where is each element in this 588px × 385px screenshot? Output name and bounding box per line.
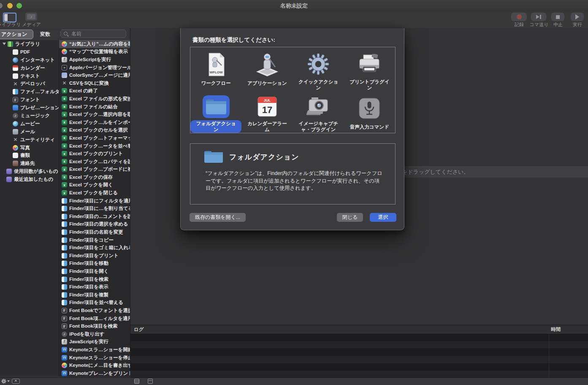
action-list-item[interactable]: iPodを取り出す bbox=[59, 330, 130, 338]
action-list-item[interactable]: Excel ブック…プボードに複製 bbox=[59, 166, 130, 174]
action-list-item[interactable]: AppleScriptを実行 bbox=[59, 56, 130, 64]
media-icon[interactable]: ♪ bbox=[25, 13, 37, 21]
action-list-item[interactable]: Excel ブック…トフォーマット bbox=[59, 134, 130, 142]
action-list-item[interactable]: Finder項目の選択を求める bbox=[59, 221, 130, 229]
action-list-item[interactable]: Keynoteスラ…ショーを開始 bbox=[59, 346, 130, 354]
media-button-label[interactable]: メディア bbox=[22, 22, 41, 28]
action-list-item[interactable]: JavaScriptを実行 bbox=[59, 338, 130, 346]
sidebar-item-smart-group[interactable]: 最近追加したもの bbox=[0, 175, 59, 183]
log-table-row bbox=[130, 356, 588, 363]
action-menu-button[interactable] bbox=[1, 379, 10, 384]
action-list-item[interactable]: Finder項目を開く bbox=[59, 267, 130, 275]
tab-variables[interactable]: 変数 bbox=[40, 30, 50, 39]
action-list-item[interactable]: Excel の終了 bbox=[59, 87, 130, 95]
action-list-item[interactable]: “マップ”で位置情報を表示 bbox=[59, 48, 130, 56]
action-list-item[interactable]: Finder項目の名前を変更 bbox=[59, 228, 130, 236]
action-item-label: Excel ブックのプリント bbox=[69, 151, 123, 157]
action-list-item[interactable]: Excel ファイルの形式を変換 bbox=[59, 95, 130, 103]
doc-type-calendar-alarm[interactable]: JUL17カレンダーアラーム bbox=[241, 91, 293, 133]
sidebar-item-label: カレンダー bbox=[20, 65, 45, 71]
step-button[interactable] bbox=[531, 13, 546, 21]
action-list-item[interactable]: Finder項目に…を割り当てる bbox=[59, 205, 130, 213]
sidebar-item-category[interactable]: ユーティリティ bbox=[0, 136, 59, 144]
action-list-item[interactable]: Excel ブック…ロパティを設定 bbox=[59, 158, 130, 166]
action-list-item[interactable]: Font Book項目を検索 bbox=[59, 322, 130, 330]
action-list-item[interactable]: Excel ブックのセルを選択 bbox=[59, 127, 130, 135]
action-list-item[interactable]: Keynoteスラ…ショーを停止 bbox=[59, 354, 130, 362]
action-list-item[interactable]: Excel ブックのプリント bbox=[59, 150, 130, 158]
sidebar-item-category[interactable]: 連絡先 bbox=[0, 159, 59, 167]
sidebar-item-category[interactable]: メール bbox=[0, 128, 59, 136]
log-column-header[interactable]: ログ bbox=[134, 325, 144, 334]
doc-type-image-capture[interactable]: イメージキャプチャ・プラグイン bbox=[293, 91, 344, 133]
sidebar-item-category[interactable]: インターネット bbox=[0, 56, 59, 64]
action-list-item[interactable]: Excel ブックの保存 bbox=[59, 173, 130, 181]
sidebar-item-library[interactable]: ライブラリ bbox=[0, 40, 59, 48]
minimize-window-icon[interactable] bbox=[7, 3, 13, 8]
log-split-view-icon[interactable] bbox=[148, 379, 153, 384]
record-button[interactable] bbox=[511, 13, 527, 21]
action-list-item[interactable]: Excel ブック…ータを並べ替え bbox=[59, 142, 130, 150]
doc-type-quick-action[interactable]: クイックアクション bbox=[293, 47, 344, 91]
close-button[interactable]: 閉じる bbox=[337, 213, 363, 222]
doc-type-application[interactable]: アプリケーション bbox=[241, 47, 293, 91]
doc-type-print-plugin[interactable]: プリントプラグイン bbox=[344, 47, 395, 91]
library-button-label[interactable]: ライブラリ bbox=[0, 22, 22, 28]
action-list-item[interactable]: Excel ブックを閉じる bbox=[59, 189, 130, 197]
sidebar-panel-icon[interactable] bbox=[3, 13, 16, 22]
log-column-divider[interactable] bbox=[549, 334, 549, 378]
search-input[interactable]: 名前 bbox=[60, 30, 126, 38]
choose-button[interactable]: 選択 bbox=[370, 213, 396, 222]
actions-list[interactable]: “お気に入り”…ムの内容を取得“マップ”で位置情報を表示AppleScriptを… bbox=[59, 40, 130, 377]
sidebar-item-category[interactable]: 書類 bbox=[0, 151, 59, 159]
disclosure-triangle-icon[interactable] bbox=[3, 43, 6, 45]
sidebar-item-category[interactable]: テキスト bbox=[0, 72, 59, 80]
doc-type-workflow[interactable]: WFLOWワークフロー bbox=[190, 47, 241, 91]
action-list-item[interactable]: ColorSyncプ…メージに適用 bbox=[59, 71, 130, 79]
action-list-item[interactable]: Excel ファイルの結合 bbox=[59, 103, 130, 111]
action-list-item[interactable]: Finder項目を検索 bbox=[59, 275, 130, 283]
log-panel-toggle-button[interactable]: ^ bbox=[12, 379, 20, 384]
tab-actions[interactable]: アクション bbox=[0, 30, 33, 39]
action-list-item[interactable]: Appleバージョン管理ツール bbox=[59, 64, 130, 72]
foldersmart-icon bbox=[6, 169, 12, 174]
time-column-header[interactable]: 時間 bbox=[551, 325, 561, 334]
sidebar-item-category[interactable]: ムービー bbox=[0, 120, 59, 128]
action-list-item[interactable]: Finder項目を並べ替える bbox=[59, 299, 130, 307]
action-list-item[interactable]: Excel ブック…選択内容を取得 bbox=[59, 110, 130, 118]
zoom-window-icon[interactable] bbox=[16, 3, 22, 8]
action-list-item[interactable]: Keynoteプレ…ンをプリント bbox=[59, 369, 130, 377]
run-button[interactable] bbox=[571, 13, 584, 21]
library-sidebar[interactable]: ライブラリPDFインターネットカレンダーテキストデベロッパファイ…フォルダフォン… bbox=[0, 40, 59, 377]
action-list-item[interactable]: Finder項目をプリント bbox=[59, 252, 130, 260]
action-list-item[interactable]: Font Book項…ィルタを適用 bbox=[59, 315, 130, 323]
stop-button[interactable] bbox=[551, 13, 564, 21]
doc-type-voice-command[interactable]: 音声入力コマンド bbox=[344, 91, 395, 133]
action-list-item[interactable]: Finder項目にフィルタを適用 bbox=[59, 197, 130, 205]
log-list-view-icon[interactable] bbox=[134, 379, 139, 384]
sidebar-item-category[interactable]: PDF bbox=[0, 48, 59, 56]
action-list-item[interactable]: “お気に入り”…ムの内容を取得 bbox=[59, 40, 130, 48]
action-list-item[interactable]: Finder項目の...コメントを設定 bbox=[59, 213, 130, 221]
sidebar-item-category[interactable]: プレゼ…ーション bbox=[0, 104, 59, 112]
sidebar-item-category[interactable]: カレンダー bbox=[0, 64, 59, 72]
action-list-item[interactable]: Finder項目を複製 bbox=[59, 291, 130, 299]
action-list-item[interactable]: Finder項目をコピー bbox=[59, 236, 130, 244]
action-list-item[interactable]: Keynoteにメ…目を書き出す bbox=[59, 361, 130, 369]
action-list-item[interactable]: Finder項目を表示 bbox=[59, 283, 130, 291]
sidebar-item-category[interactable]: フォント bbox=[0, 96, 59, 104]
action-list-item[interactable]: Excel ブックを開く bbox=[59, 181, 130, 189]
sidebar-item-category[interactable]: ミュージック bbox=[0, 112, 59, 120]
sidebar-item-smart-group[interactable]: 使用回数が多いもの bbox=[0, 167, 59, 175]
action-list-item[interactable]: Finder項目をゴミ箱に入れる bbox=[59, 244, 130, 252]
sidebar-item-category[interactable]: 写真 bbox=[0, 144, 59, 152]
sidebar-item-category[interactable]: デベロッパ bbox=[0, 80, 59, 88]
action-list-item[interactable]: Excel ブック…ルをインポート bbox=[59, 118, 130, 127]
action-list-item[interactable]: CSVをSQLに変換 bbox=[59, 79, 130, 87]
contacts-icon bbox=[13, 161, 18, 166]
open-existing-button[interactable]: 既存の書類を開く... bbox=[190, 213, 246, 222]
action-list-item[interactable]: Font Bookでフォントを選択 bbox=[59, 307, 130, 315]
sidebar-item-category[interactable]: ファイ…フォルダ bbox=[0, 88, 59, 96]
action-list-item[interactable]: Finder項目を移動 bbox=[59, 260, 130, 268]
doc-type-folder-action[interactable]: フォルダアクション bbox=[190, 91, 241, 133]
